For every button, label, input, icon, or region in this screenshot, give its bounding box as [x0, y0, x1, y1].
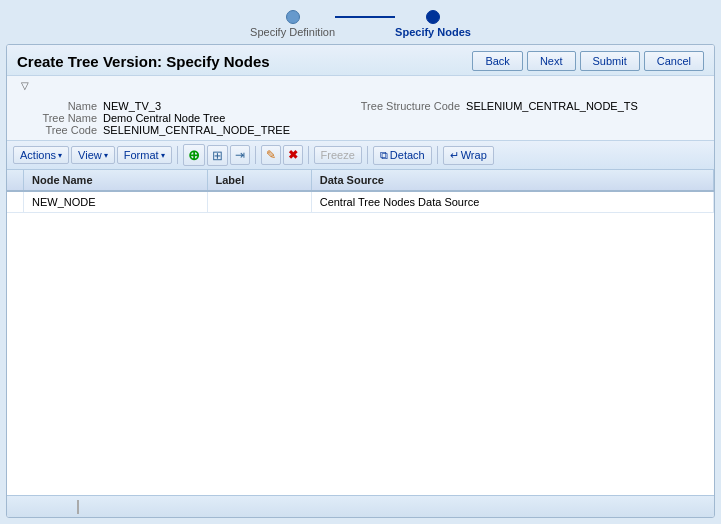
- row-selector[interactable]: [7, 191, 24, 213]
- cancel-button[interactable]: Cancel: [644, 51, 704, 71]
- delete-button[interactable]: ✖: [283, 145, 303, 165]
- step2-circle: [426, 10, 440, 24]
- status-bar-indicator: [77, 500, 79, 514]
- wrap-button[interactable]: ↵ Wrap: [443, 146, 494, 165]
- select-all-header: [7, 170, 24, 191]
- back-button[interactable]: Back: [472, 51, 522, 71]
- indent-icon: ⇥: [235, 148, 245, 162]
- name-row: Name NEW_TV_3: [17, 100, 290, 112]
- tree-name-value: Demo Central Node Tree: [103, 112, 225, 124]
- name-label: Name: [17, 100, 97, 112]
- tree-structure-label: Tree Structure Code: [330, 100, 460, 112]
- toolbar-separator-3: [308, 146, 309, 164]
- view-arrow-icon: ▾: [104, 151, 108, 160]
- node-name-cell: NEW_NODE: [24, 191, 208, 213]
- edit-icon: ✎: [266, 148, 276, 162]
- wrap-icon: ↵: [450, 149, 459, 162]
- detach-icon: ⧉: [380, 149, 388, 162]
- table-body: NEW_NODECentral Tree Nodes Data Source: [7, 191, 714, 213]
- add-icon: ⊕: [188, 147, 200, 163]
- step2-item: Specify Nodes: [395, 10, 471, 38]
- toolbar-separator-2: [255, 146, 256, 164]
- freeze-button[interactable]: Freeze: [314, 146, 362, 164]
- add-row-button[interactable]: ⊕: [183, 144, 205, 166]
- toolbar-separator-4: [367, 146, 368, 164]
- step-connector: [335, 16, 395, 18]
- form-section: Name NEW_TV_3 Tree Name Demo Central Nod…: [7, 94, 714, 140]
- edit-button[interactable]: ✎: [261, 145, 281, 165]
- actions-button[interactable]: Actions ▾: [13, 146, 69, 164]
- name-value: NEW_TV_3: [103, 100, 161, 112]
- submit-button[interactable]: Submit: [580, 51, 640, 71]
- wizard-steps: Specify Definition Specify Nodes: [6, 6, 715, 44]
- tree-structure-row: Tree Structure Code SELENIUM_CENTRAL_NOD…: [330, 100, 638, 112]
- status-bar: [7, 495, 714, 517]
- actions-arrow-icon: ▾: [58, 151, 62, 160]
- collapse-row: ▽: [7, 76, 714, 94]
- header-buttons: Back Next Submit Cancel: [472, 51, 704, 71]
- tree-structure-value: SELENIUM_CENTRAL_NODE_TS: [466, 100, 638, 112]
- add-child-button[interactable]: ⊞: [207, 145, 228, 166]
- detach-button[interactable]: ⧉ Detach: [373, 146, 432, 165]
- nodes-table: Node Name Label Data Source NEW_NODECent…: [7, 170, 714, 213]
- tree-name-row: Tree Name Demo Central Node Tree: [17, 112, 290, 124]
- label-header: Label: [207, 170, 311, 191]
- toolbar-separator-5: [437, 146, 438, 164]
- add-child-icon: ⊞: [212, 148, 223, 163]
- page-title: Create Tree Version: Specify Nodes: [17, 53, 270, 70]
- next-button[interactable]: Next: [527, 51, 576, 71]
- node-name-header: Node Name: [24, 170, 208, 191]
- tree-code-row: Tree Code SELENIUM_CENTRAL_NODE_TREE: [17, 124, 290, 136]
- toolbar-separator-1: [177, 146, 178, 164]
- indent-button[interactable]: ⇥: [230, 145, 250, 165]
- table-toolbar: Actions ▾ View ▾ Format ▾ ⊕ ⊞ ⇥: [7, 140, 714, 170]
- table-row[interactable]: NEW_NODECentral Tree Nodes Data Source: [7, 191, 714, 213]
- step1-label: Specify Definition: [250, 26, 335, 38]
- table-area: Node Name Label Data Source NEW_NODECent…: [7, 170, 714, 495]
- view-button[interactable]: View ▾: [71, 146, 115, 164]
- format-arrow-icon: ▾: [161, 151, 165, 160]
- step2-label: Specify Nodes: [395, 26, 471, 38]
- table-header-row: Node Name Label Data Source: [7, 170, 714, 191]
- data-source-header: Data Source: [311, 170, 713, 191]
- step1-circle: [286, 10, 300, 24]
- label-cell: [207, 191, 311, 213]
- panel-header: Create Tree Version: Specify Nodes Back …: [7, 45, 714, 76]
- format-button[interactable]: Format ▾: [117, 146, 172, 164]
- delete-icon: ✖: [288, 148, 298, 162]
- tree-code-label: Tree Code: [17, 124, 97, 136]
- tree-name-label: Tree Name: [17, 112, 97, 124]
- tree-code-value: SELENIUM_CENTRAL_NODE_TREE: [103, 124, 290, 136]
- main-panel: Create Tree Version: Specify Nodes Back …: [6, 44, 715, 518]
- collapse-icon[interactable]: ▽: [15, 78, 35, 93]
- data-source-cell: Central Tree Nodes Data Source: [311, 191, 713, 213]
- step1-item: Specify Definition: [250, 10, 335, 38]
